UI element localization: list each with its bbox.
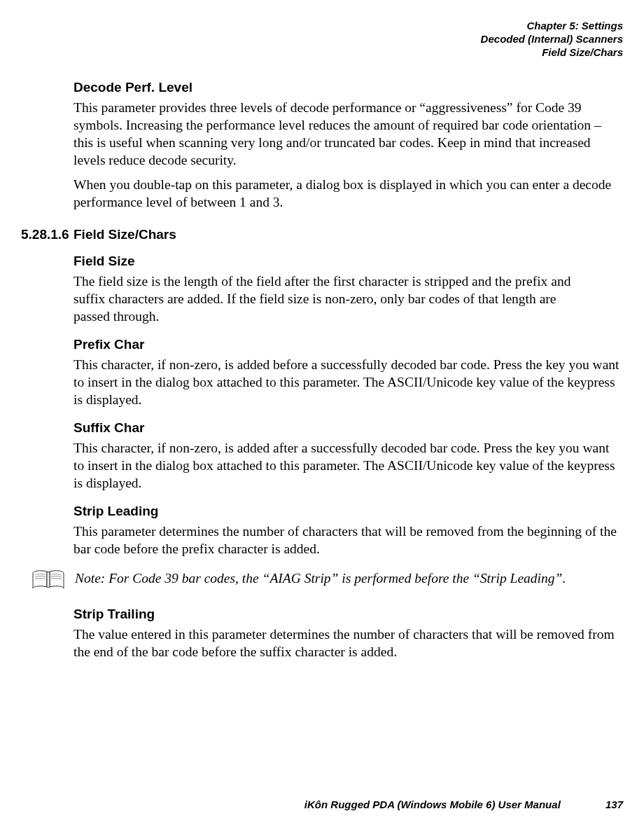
paragraph: This parameter determines the number of …: [74, 523, 623, 558]
heading-strip-leading: Strip Leading: [74, 504, 623, 519]
open-book-icon: [31, 567, 65, 591]
section-number: 5.28.1.6: [21, 227, 74, 242]
paragraph: This character, if non-zero, is added af…: [74, 440, 623, 492]
note-body: For Code 39 bar codes, the “AIAG Strip” …: [108, 571, 566, 586]
heading-decode-perf-level: Decode Perf. Level: [74, 80, 623, 95]
header-section: Decoded (Internal) Scanners: [21, 33, 623, 46]
note-block: Note: For Code 39 bar codes, the “AIAG S…: [31, 567, 623, 591]
footer-manual-title: iKôn Rugged PDA (Windows Mobile 6) User …: [304, 798, 561, 810]
header-subsection: Field Size/Chars: [21, 46, 623, 60]
paragraph: The field size is the length of the fiel…: [74, 273, 578, 326]
heading-prefix-char: Prefix Char: [74, 337, 623, 352]
content-area: Decode Perf. Level This parameter provid…: [21, 80, 623, 661]
paragraph: This parameter provides three levels of …: [74, 99, 623, 170]
paragraph: This character, if non-zero, is added be…: [74, 357, 623, 409]
page-number: 137: [606, 798, 623, 810]
heading-field-size: Field Size: [74, 254, 623, 269]
heading-strip-trailing: Strip Trailing: [74, 607, 623, 622]
paragraph: When you double-tap on this parameter, a…: [74, 177, 623, 212]
note-label: Note:: [75, 571, 105, 586]
heading-suffix-char: Suffix Char: [74, 420, 623, 436]
running-header: Chapter 5: Settings Decoded (Internal) S…: [21, 20, 623, 59]
section-title: Field Size/Chars: [74, 227, 176, 242]
section-heading-row: 5.28.1.6 Field Size/Chars: [21, 227, 623, 242]
page: Chapter 5: Settings Decoded (Internal) S…: [0, 0, 644, 830]
note-text: Note: For Code 39 bar codes, the “AIAG S…: [75, 567, 566, 588]
paragraph: The value entered in this parameter dete…: [74, 626, 623, 661]
header-chapter: Chapter 5: Settings: [21, 20, 623, 33]
footer: iKôn Rugged PDA (Windows Mobile 6) User …: [21, 798, 623, 810]
